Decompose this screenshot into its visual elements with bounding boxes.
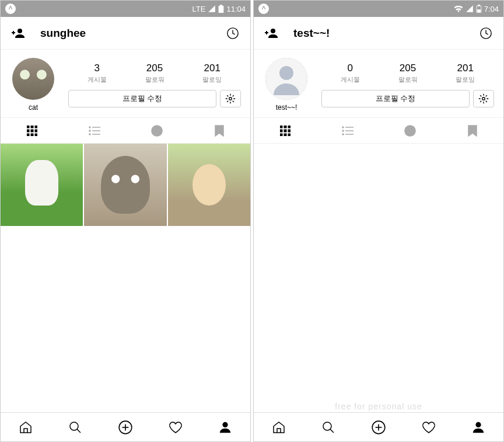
edit-profile-button[interactable]: 프로필 수정 <box>68 90 216 107</box>
stat-followers[interactable]: 205 팔로워 <box>126 62 184 84</box>
svg-point-45 <box>342 127 344 128</box>
svg-point-58 <box>476 422 481 427</box>
svg-point-52 <box>408 127 412 131</box>
gear-icon <box>478 93 489 104</box>
tab-tagged[interactable] <box>125 118 188 143</box>
nav-search[interactable] <box>51 413 101 441</box>
nav-profile[interactable] <box>200 413 250 441</box>
app-header: test~~! <box>254 17 503 50</box>
svg-rect-6 <box>31 126 33 128</box>
username-label: sunghee <box>40 27 225 40</box>
plus-circle-icon <box>118 420 133 435</box>
stat-following-label: 팔로잉 <box>183 75 241 84</box>
profile-avatar[interactable] <box>12 58 54 100</box>
svg-point-2 <box>18 29 22 33</box>
grid-icon <box>280 126 290 136</box>
settings-button[interactable] <box>473 90 494 107</box>
status-bar: ^ 7:04 <box>254 1 503 17</box>
nav-activity[interactable] <box>150 413 201 441</box>
tab-list[interactable] <box>316 118 379 143</box>
clock-label: 11:04 <box>226 5 246 13</box>
tab-grid[interactable] <box>254 118 316 143</box>
tab-grid[interactable] <box>1 118 63 143</box>
svg-point-47 <box>342 130 344 131</box>
nav-search[interactable] <box>304 413 354 441</box>
photo-item[interactable] <box>1 144 83 226</box>
photo-item[interactable] <box>84 144 166 226</box>
stat-followers[interactable]: 205 팔로워 <box>379 62 437 84</box>
svg-rect-13 <box>35 134 37 136</box>
profile-section: cat 3 게시물 205 팔로워 201 팔로잉 <box>1 50 250 118</box>
svg-point-49 <box>342 134 344 135</box>
nav-home[interactable] <box>1 413 51 441</box>
list-icon <box>89 126 100 135</box>
history-button[interactable] <box>478 25 494 41</box>
default-avatar-icon <box>265 58 307 100</box>
svg-rect-12 <box>31 134 33 136</box>
svg-point-21 <box>155 127 159 131</box>
svg-point-27 <box>223 422 228 427</box>
stat-following-label: 팔로잉 <box>436 75 494 84</box>
stat-following[interactable]: 201 팔로잉 <box>436 62 494 84</box>
add-person-button[interactable] <box>263 25 279 41</box>
stat-following-num: 201 <box>183 62 241 74</box>
svg-point-53 <box>323 422 331 430</box>
settings-button[interactable] <box>220 90 241 107</box>
stat-posts[interactable]: 0 게시물 <box>321 62 379 84</box>
search-icon <box>321 420 335 434</box>
svg-rect-30 <box>477 10 480 12</box>
person-circle-icon <box>150 124 163 137</box>
nav-profile[interactable] <box>453 413 503 441</box>
person-circle-icon <box>404 124 416 137</box>
person-icon <box>472 421 485 434</box>
svg-rect-39 <box>280 130 282 132</box>
profile-avatar[interactable] <box>265 58 307 100</box>
home-icon <box>272 420 286 434</box>
list-icon <box>342 126 354 135</box>
svg-point-31 <box>271 29 275 33</box>
stat-posts-label: 게시물 <box>68 75 126 84</box>
tab-tagged[interactable] <box>379 118 441 143</box>
svg-point-22 <box>70 422 78 430</box>
status-bar: ^ LTE 11:04 <box>1 1 250 17</box>
nav-activity[interactable] <box>404 413 454 441</box>
stat-posts-num: 0 <box>321 62 379 74</box>
svg-rect-0 <box>219 6 224 13</box>
svg-rect-38 <box>288 126 290 128</box>
content-area <box>254 144 503 412</box>
nav-add[interactable] <box>100 413 150 441</box>
home-icon <box>19 420 33 434</box>
app-indicator-icon: ^ <box>5 4 16 14</box>
add-person-button[interactable] <box>10 25 26 41</box>
photo-item[interactable] <box>168 144 250 226</box>
edit-profile-button[interactable]: 프로필 수정 <box>321 90 470 107</box>
history-button[interactable] <box>225 25 241 41</box>
tab-saved[interactable] <box>441 118 503 143</box>
stat-posts[interactable]: 3 게시물 <box>68 62 126 84</box>
svg-line-23 <box>77 429 80 433</box>
svg-rect-41 <box>288 130 290 132</box>
stat-following[interactable]: 201 팔로잉 <box>183 62 241 84</box>
svg-point-16 <box>89 130 90 131</box>
nav-home[interactable] <box>254 413 304 441</box>
svg-point-4 <box>229 97 232 100</box>
battery-icon <box>218 5 224 13</box>
svg-rect-44 <box>288 134 290 136</box>
avatar-name-label: test~~! <box>276 103 298 112</box>
watermark-label: free for personal use <box>335 402 422 411</box>
svg-rect-36 <box>280 126 282 128</box>
stat-following-num: 201 <box>436 62 494 74</box>
heart-icon <box>422 420 436 434</box>
nav-add[interactable] <box>354 413 404 441</box>
profile-tabs <box>1 118 250 144</box>
bottom-nav <box>1 412 250 441</box>
heart-icon <box>169 420 183 434</box>
username-label: test~~! <box>293 27 478 40</box>
tab-list[interactable] <box>63 118 125 143</box>
stat-followers-label: 팔로워 <box>379 75 437 84</box>
svg-rect-43 <box>284 134 286 136</box>
stat-posts-num: 3 <box>68 62 126 74</box>
phone-right: ^ 7:04 test~~! test~~! <box>253 0 504 442</box>
tab-saved[interactable] <box>188 118 250 143</box>
person-icon <box>219 421 232 434</box>
